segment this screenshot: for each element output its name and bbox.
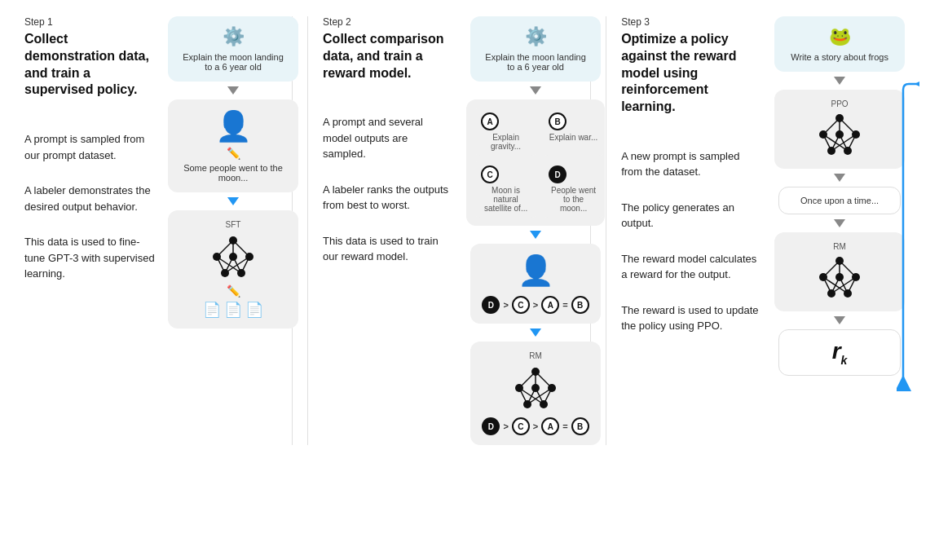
step-1-desc-3: This data is used to fine-tune GPT-3 wit… [24,234,155,282]
step-3-text: Step 3 Optimize a policy against the rew… [621,16,760,445]
step2-labeler-card: 👤 D > C > A = B [470,244,601,324]
arrow-7 [834,174,845,182]
rm-rank-d: D [482,417,500,435]
rm-op-3: = [562,421,567,431]
rm-rank-a: A [541,417,559,435]
rank-op-3: = [562,300,567,310]
step2-outputs-grid: A Explain gravity... B Explain war... [474,108,605,218]
doc-icon-2: 📄 [224,301,242,319]
step3-reward-card: rk [778,329,901,376]
step-1-desc-1: A prompt is sampled from our prompt data… [24,131,155,163]
arrow-9 [834,316,845,324]
arrow-3 [530,86,541,95]
step2-rm-label: RM [529,351,542,360]
step1-output-text: Some people went to the moon... [179,163,287,183]
output-text-a: Explain gravity... [481,133,531,151]
output-text-d: People went to the moon... [549,186,598,213]
output-card-b: B Explain war... [542,108,605,156]
step1-sft-card: SFT [168,210,298,329]
pencil-icon-2: ✏️ [227,284,240,298]
arrow-6 [834,77,845,85]
svg-marker-60 [915,82,919,86]
step-3-label: Step 3 [621,16,760,28]
rank-d: D [482,296,500,314]
step2-ranking-row: D > C > A = B [482,296,589,314]
step3-prompt-card: 🐸 Write a story about frogs [774,16,905,72]
step2-network-svg [507,364,564,412]
step2-rm-card: RM [470,342,601,445]
arrow-2 [227,197,239,205]
step-1-visual: ⚙️ Explain the moon landing to a 6 year … [168,16,298,445]
doc-icon-1: 📄 [203,301,221,319]
arrow-1 [227,86,239,95]
step3-rm-svg [811,253,868,302]
step1-sft-label: SFT [226,220,241,229]
person-icon-1: 👤 [215,109,252,143]
badge-b: B [549,112,566,130]
step3-rm-card: RM [774,232,905,311]
pencil-icon-1: ✏️ [227,147,240,160]
step-1-label: Step 1 [24,16,155,28]
step-1-desc-2: A labeler demonstrates the desired outpu… [24,183,155,214]
person-icon-2: 👤 [518,254,554,288]
step1-prompt-card: ⚙️ Explain the moon landing to a 6 year … [168,16,298,82]
step-2-title: Collect comparison data, and train a rew… [323,31,453,82]
doc-icons: 📄 📄 📄 [203,301,263,319]
step1-prompt-text: Explain the moon landing to a 6 year old [179,52,287,72]
rank-op-1: > [503,300,508,310]
rm-op-2: > [533,421,538,431]
output-card-c: C Moon is natural satellite of... [474,161,537,218]
step-3-visual: 🐸 Write a story about frogs PPO [773,16,906,445]
arrow-8 [834,219,845,227]
step3-ppo-label: PPO [831,99,849,108]
step-2-text: Step 2 Collect comparison data, and trai… [323,16,453,445]
step-3-desc-1: A new prompt is sampled from the dataset… [621,148,760,180]
rm-op-1: > [503,421,508,431]
rank-b: B [571,296,589,314]
step-2-visual: ⚙️ Explain the moon landing to a 6 year … [466,16,605,445]
output-text-c: Moon is natural satellite of... [481,186,531,213]
settings-icon-2: ⚙️ [525,26,547,47]
reward-subscript: k [841,354,848,367]
step3-reward-value: rk [832,338,848,367]
step-3-title: Optimize a policy against the reward mod… [621,31,760,116]
step3-output-text: Once upon a time... [800,196,879,205]
frog-icon: 🐸 [829,26,851,47]
rank-op-2: > [533,300,538,310]
step-2-desc-2: A labeler ranks the outputs from best to… [323,182,453,214]
step1-labeler-card: 👤 ✏️ Some people went to the moon... [168,99,298,192]
step1-network-svg [205,232,262,281]
step-2-desc-1: A prompt and several model outputs are s… [323,114,453,162]
step3-output-card: Once upon a time... [778,187,901,214]
step-1-column: Step 1 Collect demonstration data, and t… [24,16,293,445]
step-3-desc-3: The reward model calculates a reward for… [621,251,760,283]
arrow-4 [530,231,541,239]
output-text-b: Explain war... [549,133,598,142]
step-3-desc-2: The policy generates an output. [621,200,760,231]
rm-rank-c: C [512,417,530,435]
step2-prompt-text: Explain the moon landing to a 6 year old [482,52,589,72]
step-2-label: Step 2 [323,16,453,28]
badge-d: D [549,165,566,183]
step-2-column: Step 2 Collect comparison data, and trai… [315,16,591,445]
step2-rm-ranking: D > C > A = B [482,417,589,435]
step2-prompt-card: ⚙️ Explain the moon landing to a 6 year … [470,16,601,82]
badge-c: C [481,165,499,183]
step3-prompt-text: Write a story about frogs [791,52,888,62]
step3-ppo-card: PPO [774,90,905,169]
step-3-desc-4: The reward is used to update the policy … [621,302,760,334]
divider-2 [606,16,606,445]
step-1-text: Step 1 Collect demonstration data, and t… [24,16,155,445]
step-3-column: Step 3 Optimize a policy against the rew… [613,16,915,445]
output-card-a: A Explain gravity... [474,108,537,156]
badge-a: A [481,112,499,130]
rm-rank-b: B [571,417,589,435]
rank-c: C [512,296,530,314]
step3-ppo-svg [811,110,868,159]
step2-outputs-container: A Explain gravity... B Explain war... [466,99,605,226]
divider-1 [307,16,308,445]
arrow-5 [530,329,541,337]
doc-icon-3: 📄 [245,301,263,319]
step3-rm-label: RM [833,242,846,251]
step-2-desc-3: This data is used to train our reward mo… [323,233,453,265]
